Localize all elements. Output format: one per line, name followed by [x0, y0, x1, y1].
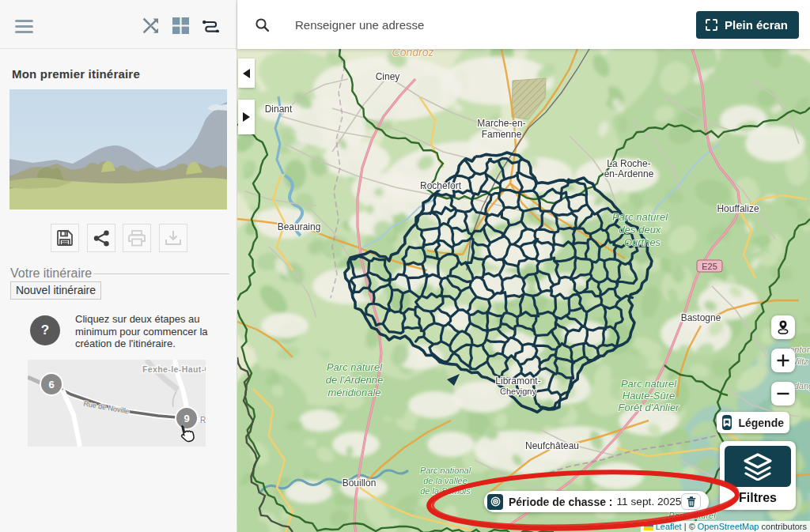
svg-text:Parc national: Parc national: [420, 466, 471, 475]
svg-text:Haute-Sûre: Haute-Sûre: [623, 390, 675, 402]
svg-text:Marche-en-: Marche-en-: [477, 118, 525, 129]
svg-text:Houffalize: Houffalize: [717, 203, 759, 214]
svg-text:Condroz: Condroz: [392, 49, 434, 58]
svg-text:Ru: Ru: [200, 416, 206, 424]
svg-text:de la vallée: de la vallée: [423, 476, 467, 485]
svg-text:méridionale: méridionale: [327, 387, 380, 398]
svg-text:6: 6: [48, 379, 54, 391]
svg-text:des deux: des deux: [619, 224, 661, 236]
svg-text:Beauraing: Beauraing: [278, 221, 321, 232]
svg-text:Chevigny: Chevigny: [500, 387, 536, 396]
svg-text:Bastogne: Bastogne: [681, 312, 721, 323]
svg-text:de la Semois: de la Semois: [420, 486, 471, 496]
svg-text:Parc naturel: Parc naturel: [612, 211, 668, 223]
svg-text:Ourthes: Ourthes: [624, 236, 661, 248]
svg-text:Rochefort: Rochefort: [420, 180, 462, 191]
svg-text:Parc naturel: Parc naturel: [621, 378, 677, 390]
svg-text:Ciney: Ciney: [376, 71, 400, 82]
svg-text:Forêt d'Anlier: Forêt d'Anlier: [619, 402, 680, 413]
svg-text:Dinant: Dinant: [265, 104, 293, 115]
svg-text:Famenne: Famenne: [482, 129, 522, 140]
svg-text:en-Ardenne: en-Ardenne: [604, 168, 654, 179]
svg-text:de l'Ardenne: de l'Ardenne: [326, 374, 384, 386]
svg-text:Neufchâteau: Neufchâteau: [525, 440, 579, 451]
svg-text:Bouillon: Bouillon: [343, 477, 377, 489]
svg-text:Libramont-: Libramont-: [495, 375, 540, 387]
svg-text:E25: E25: [702, 262, 717, 271]
svg-text:dang: dang: [794, 381, 810, 391]
svg-text:Fexhe-le-Haut-C: Fexhe-le-Haut-C: [142, 364, 206, 374]
svg-text:9: 9: [184, 413, 189, 424]
svg-text:La Roche-: La Roche-: [607, 158, 650, 169]
svg-text:Parc naturel: Parc naturel: [327, 361, 383, 373]
